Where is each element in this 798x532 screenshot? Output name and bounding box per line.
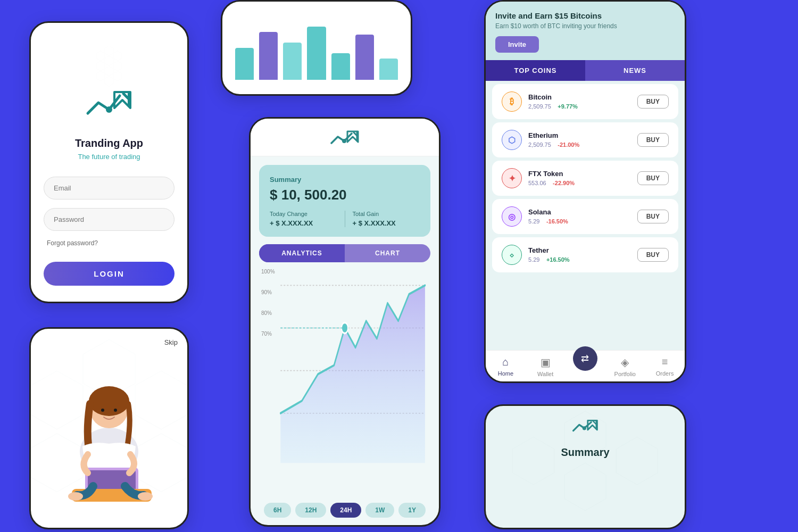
solana-change: -16.50% [546,218,568,225]
solana-icon: ◎ [502,206,522,227]
etherium-name: Etherium [528,131,637,139]
etherium-buy-button[interactable]: BUY [637,133,669,147]
email-input[interactable] [44,177,174,200]
today-change-col: Today Change + $ X.XXX.XX [270,211,337,227]
mini-bar-5 [331,53,350,80]
logo-svg [85,89,133,127]
bitcoin-buy-button[interactable]: BUY [637,95,669,109]
phone-crypto: Invite and Earn $15 Bitcoins Earn $10 wo… [484,0,686,383]
svg-point-28 [138,492,153,501]
tab-top-coins[interactable]: TOP COINS [486,60,585,81]
solana-name: Solana [528,208,637,216]
tether-change: +16.50% [546,256,570,263]
login-subtitle: The future of trading [78,153,140,161]
ftx-info: FTX Token 553.06 -22.90% [528,170,637,187]
svg-marker-2 [96,51,105,61]
chart-label-90: 90% [261,289,275,295]
bottom-nav: ⌂ Home ▣ Wallet ⇄ ◈ Portfolio ≡ Orders [486,350,685,381]
skip-button[interactable]: Skip [164,338,178,346]
total-gain-label: Total Gain [353,211,420,217]
svg-marker-0 [105,46,113,55]
bitcoin-icon: ₿ [502,92,522,112]
phone-main: Summary $ 10, 500.20 Today Change + $ X.… [249,117,440,527]
password-input[interactable] [44,208,174,231]
main-logo-svg [330,130,359,148]
total-gain-value: + $ X.XXX.XX [353,219,420,227]
nav-home-label: Home [498,370,513,377]
summary-amount: $ 10, 500.20 [270,187,420,203]
tab-chart[interactable]: CHART [345,244,430,262]
svg-marker-5 [96,61,105,71]
etherium-icon: ⬡ [502,130,522,150]
svg-point-22 [101,409,104,412]
summary-card: Summary $ 10, 500.20 Today Change + $ X.… [259,165,430,237]
invite-banner: Invite and Earn $15 Bitcoins Earn $10 wo… [486,2,685,60]
time-btn-1y[interactable]: 1Y [398,503,426,518]
invite-button[interactable]: Invite [495,36,539,53]
etherium-change: -21.00% [558,142,579,148]
svg-marker-7 [113,71,122,81]
time-buttons: 6H 12H 24H 1W 1Y [251,498,439,525]
svg-point-27 [68,492,83,501]
main-header [251,119,439,156]
chart-area: 100% 90% 80% 70% [251,262,439,498]
nav-home[interactable]: ⌂ Home [486,356,526,377]
etherium-info: Etherium 2,509.75 -21.00% [528,131,637,149]
summary-logo-svg [572,419,598,437]
phone-onboard: Skip [29,327,189,529]
bitcoin-info: Bitcoin 2,509.75 +9.77% [528,93,637,111]
nav-exchange[interactable]: ⇄ [566,356,605,377]
svg-marker-3 [105,56,113,65]
forgot-password[interactable]: Forgot password? [47,239,98,247]
tether-name: Tether [528,246,637,254]
coin-item-ftx: ✦ FTX Token 553.06 -22.90% BUY [492,161,678,196]
svg-point-21 [89,386,129,416]
bitcoin-price: 2,509.75 [528,103,551,110]
svg-marker-9 [105,77,113,86]
home-icon: ⌂ [502,356,509,368]
total-gain-col: Total Gain + $ X.XXX.XX [353,211,420,227]
tether-buy-button[interactable]: BUY [637,248,669,262]
summary-row: Today Change + $ X.XXX.XX Total Gain + $… [270,211,420,227]
col-divider [345,211,345,227]
mini-bars-container [235,21,398,80]
coin-item-solana: ◎ Solana 5.29 -16.50% BUY [492,199,678,234]
solana-buy-button[interactable]: BUY [637,210,669,223]
phone-chart-top [221,0,412,96]
login-button[interactable]: LOGIN [44,262,174,286]
hex-background [44,44,174,89]
orders-icon: ≡ [662,356,668,368]
mini-bar-3 [283,43,302,80]
time-btn-24h[interactable]: 24H [330,503,361,518]
chart-label-80: 80% [261,310,275,316]
svg-point-23 [114,409,117,412]
nav-wallet[interactable]: ▣ Wallet [526,356,566,377]
tether-info: Tether 5.29 +16.50% [528,246,637,264]
bitcoin-change: +9.77% [558,103,578,110]
tether-icon: ⬦ [502,245,522,265]
invite-subtitle: Earn $10 worth of BTC inviting your frie… [495,22,675,30]
coin-item-tether: ⬦ Tether 5.29 +16.50% BUY [492,237,678,272]
nav-orders[interactable]: ≡ Orders [645,356,685,377]
ftx-name: FTX Token [528,170,637,178]
tab-news[interactable]: NEWS [585,60,685,81]
mini-bar-4 [307,27,326,80]
nav-portfolio[interactable]: ◈ Portfolio [605,356,645,377]
time-btn-12h[interactable]: 12H [295,503,326,518]
today-change-label: Today Change [270,211,337,217]
portfolio-icon: ◈ [621,356,629,369]
mini-bar-1 [235,48,254,80]
svg-point-44 [583,426,586,430]
coin-item-bitcoin: ₿ Bitcoin 2,509.75 +9.77% BUY [492,84,678,119]
nav-wallet-label: Wallet [537,371,553,377]
mini-bar-2 [259,32,278,80]
ftx-buy-button[interactable]: BUY [637,171,669,185]
tether-price: 5.29 [528,256,539,263]
svg-marker-6 [105,66,113,76]
mini-bar-7 [379,59,398,80]
tab-analytics[interactable]: ANALYTICS [259,244,345,262]
svg-marker-41 [513,437,554,485]
time-btn-1w[interactable]: 1W [365,503,394,518]
time-btn-6h[interactable]: 6H [264,503,291,518]
bottom-summary-label: Summary [561,446,609,459]
